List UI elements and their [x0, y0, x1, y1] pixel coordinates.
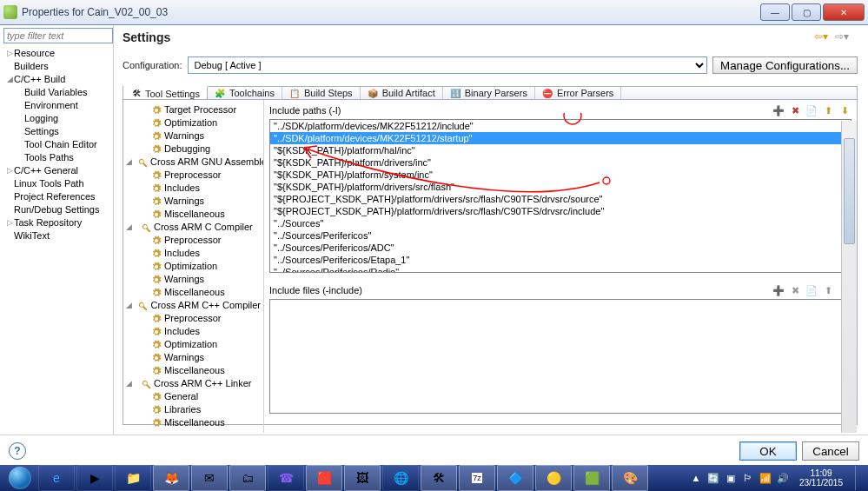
include-path-row[interactable]: "${KSDK_PATH}/platform/hal/inc" [270, 144, 851, 156]
tab-error-parsers[interactable]: ⛔Error Parsers [535, 87, 621, 99]
taskbar-thunderbird-icon[interactable]: ✉ [191, 465, 228, 491]
include-path-row[interactable]: "${KSDK_PATH}/platform/drivers/inc" [270, 156, 851, 169]
include-path-row[interactable]: "${PROJECT_KSDK_PATH}/platform/drivers/s… [270, 205, 851, 217]
minimize-button[interactable]: — [760, 3, 790, 21]
nav-item[interactable]: Build Variables [5, 86, 113, 99]
include-path-row[interactable]: "../Sources/Perifericos" [270, 229, 851, 242]
include-path-row[interactable]: "${KSDK_PATH}/platform/drivers/src/flash… [270, 181, 851, 193]
taskbar-kds-icon[interactable]: 🛠 [421, 465, 457, 491]
ok-button[interactable]: OK [739, 441, 797, 461]
tool-tree-item[interactable]: General [126, 390, 261, 403]
taskbar-app4-icon[interactable]: 🟡 [535, 465, 572, 491]
tool-tree-item[interactable]: Miscellaneous [126, 416, 261, 429]
move-up-icon[interactable]: ⬆ [821, 103, 835, 117]
taskbar-paint-icon[interactable]: 🎨 [612, 465, 648, 491]
tab-binary-parsers[interactable]: 🔢Binary Parsers [443, 87, 535, 99]
tool-tree-item[interactable]: Includes [126, 182, 261, 195]
taskbar-app2-icon[interactable]: 🖼 [344, 465, 381, 491]
tab-toolchains[interactable]: 🧩Toolchains [208, 87, 282, 99]
cancel-button[interactable]: Cancel [802, 441, 859, 461]
include-path-row[interactable]: "../SDK/platform/devices/MK22F51212/star… [270, 132, 851, 144]
move-file-up-icon[interactable]: ⬆ [821, 283, 835, 297]
include-path-row[interactable]: "../Sources/Perifericos/Radio" [270, 266, 851, 273]
help-icon[interactable]: ? [9, 442, 26, 460]
taskbar-app-icon[interactable]: 🟥 [306, 465, 342, 491]
tool-tree-item[interactable]: Optimization [126, 260, 261, 273]
include-path-row[interactable]: "../Sources/Perifericos/ADC" [270, 242, 851, 254]
tray-up-icon[interactable]: ▲ [690, 472, 702, 484]
tool-tree-item[interactable]: Miscellaneous [126, 364, 261, 377]
tool-tree-item[interactable]: Includes [126, 325, 261, 338]
tool-tree-item[interactable]: Warnings [126, 351, 261, 364]
tab-tool-settings[interactable]: 🛠Tool Settings [123, 86, 208, 99]
taskbar-app3-icon[interactable]: 🔷 [497, 465, 533, 491]
tool-tree-item[interactable]: ◢Cross ARM C++ Compiler [126, 299, 261, 312]
nav-item[interactable]: Project References [5, 190, 113, 203]
move-down-icon[interactable]: ⬇ [838, 103, 851, 117]
tray-network-icon[interactable]: 📶 [759, 472, 772, 484]
maximize-button[interactable]: ▢ [792, 3, 821, 21]
edit-path-icon[interactable]: 📄 [805, 103, 818, 117]
close-button[interactable]: ✕ [823, 3, 865, 21]
tool-tree-item[interactable]: ◢Cross ARM GNU Assembler [126, 156, 261, 169]
tab-build-steps[interactable]: 📋Build Steps [282, 87, 361, 99]
delete-file-icon[interactable]: ✖ [788, 283, 802, 297]
tray-flag-icon[interactable]: 🏳 [742, 472, 754, 484]
nav-item[interactable]: ▷C/C++ General [5, 164, 113, 177]
add-path-icon[interactable]: ➕ [772, 103, 785, 117]
nav-item[interactable]: Environment [5, 99, 113, 112]
filter-input[interactable] [3, 28, 113, 43]
taskbar-media-icon[interactable]: ▶ [76, 465, 113, 491]
include-files-list[interactable] [269, 299, 851, 414]
tool-tree-item[interactable]: Debugging [126, 143, 261, 156]
tool-tree-item[interactable]: ◢Cross ARM C Compiler [126, 221, 261, 234]
nav-item[interactable]: WikiText [5, 229, 113, 242]
nav-item[interactable]: ▷Task Repository [5, 216, 113, 229]
tool-settings-tree[interactable]: Target ProcessorOptimizationWarningsDebu… [123, 100, 264, 433]
taskbar-7z-icon[interactable]: 7z [459, 465, 495, 491]
manage-configurations-button[interactable]: Manage Configurations... [712, 56, 858, 74]
include-path-row[interactable]: "../SDK/platform/devices/MK22F51212/incl… [270, 120, 851, 132]
include-paths-list[interactable]: "../SDK/platform/devices/MK22F51212/incl… [269, 119, 851, 273]
nav-back-icon[interactable]: ⇦▾ [814, 30, 828, 43]
clock[interactable]: 11:0923/11/2015 [799, 468, 843, 488]
tool-tree-item[interactable]: ◢Cross ARM C++ Linker [126, 377, 261, 390]
include-path-row[interactable]: "${PROJECT_KSDK_PATH}/platform/drivers/s… [270, 193, 851, 205]
taskbar-ie-icon[interactable]: e [38, 465, 75, 491]
configuration-select[interactable]: Debug [ Active ] [188, 56, 708, 74]
include-path-row[interactable]: "${KSDK_PATH}/platform/system/inc" [270, 169, 851, 181]
tool-tree-item[interactable]: Warnings [126, 273, 261, 286]
nav-item[interactable]: Tools Paths [5, 151, 113, 164]
tool-tree-item[interactable]: Preprocessor [126, 312, 261, 325]
tray-app-icon[interactable]: ▣ [725, 472, 737, 484]
nav-item[interactable]: Run/Debug Settings [5, 203, 113, 216]
tool-tree-item[interactable]: Libraries [126, 403, 261, 416]
nav-item[interactable]: Linux Tools Path [5, 177, 113, 190]
nav-item[interactable]: Logging [5, 112, 113, 125]
taskbar-folder-icon[interactable]: 🗂 [229, 465, 266, 491]
taskbar-chrome-icon[interactable]: 🌐 [382, 465, 419, 491]
scrollbar[interactable] [841, 121, 857, 433]
nav-item[interactable]: Tool Chain Editor [5, 138, 113, 151]
start-button[interactable] [3, 465, 36, 491]
tool-tree-item[interactable]: Optimization [126, 116, 261, 129]
tool-tree-item[interactable]: Miscellaneous [126, 208, 261, 221]
taskbar-firefox-icon[interactable]: 🦊 [153, 465, 189, 491]
nav-item[interactable]: Builders [5, 60, 113, 73]
tab-build-artifact[interactable]: 📦Build Artifact [361, 87, 443, 99]
tool-tree-item[interactable]: Warnings [126, 195, 261, 208]
edit-file-icon[interactable]: 📄 [805, 283, 818, 297]
tool-tree-item[interactable]: Warnings [126, 129, 261, 143]
tool-tree-item[interactable]: Preprocessor [126, 169, 261, 182]
tool-tree-item[interactable]: Optimization [126, 338, 261, 351]
include-path-row[interactable]: "../Sources" [270, 217, 851, 229]
add-file-icon[interactable]: ➕ [772, 283, 785, 297]
nav-item[interactable]: ▷Resource [5, 47, 113, 60]
tool-tree-item[interactable]: Includes [126, 247, 261, 260]
delete-path-icon[interactable]: ✖ [788, 103, 802, 117]
nav-item[interactable]: ◢C/C++ Build [5, 73, 113, 86]
include-path-row[interactable]: "../Sources/Perifericos/Etapa_1" [270, 254, 851, 266]
tool-tree-item[interactable]: Target Processor [126, 103, 261, 116]
tray-sync-icon[interactable]: 🔄 [707, 472, 719, 484]
nav-item[interactable]: Settings [5, 125, 113, 138]
